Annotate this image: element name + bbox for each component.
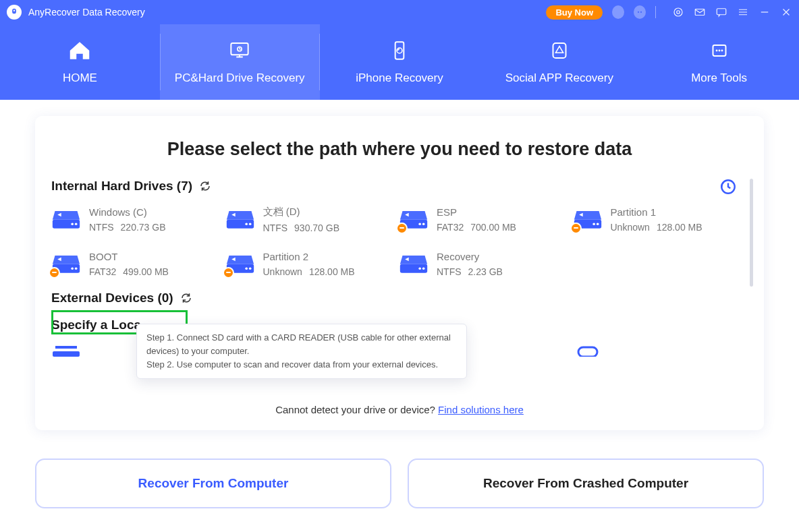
more-icon (707, 39, 732, 62)
svg-point-24 (422, 223, 425, 225)
drive-name: Partition 2 (263, 251, 355, 262)
svg-rect-38 (53, 351, 80, 357)
location-item[interactable] (573, 345, 740, 357)
refresh-icon[interactable] (180, 292, 192, 304)
drive-info: NTFS930.70 GB (263, 223, 340, 233)
svg-point-18 (75, 223, 78, 225)
tab-label: More Tools (691, 71, 747, 85)
drive-icon (225, 207, 255, 233)
svg-point-23 (418, 223, 421, 225)
close-icon[interactable] (780, 6, 792, 18)
tab-home[interactable]: HOME (0, 24, 160, 100)
svg-rect-37 (55, 346, 77, 349)
tab-label: HOME (63, 71, 97, 85)
svg-point-20 (245, 223, 248, 225)
svg-point-26 (593, 223, 595, 225)
tab-label: iPhone Recovery (356, 71, 443, 85)
section-external-devices: External Devices (0) (51, 291, 740, 305)
tab-pc-recovery[interactable]: PC&Hard Drive Recovery (160, 24, 320, 100)
drive-item[interactable]: RecoveryNTFS2.23 GB (399, 251, 566, 277)
svg-rect-43 (578, 347, 597, 357)
drive-info: Unknown128.00 MB (263, 266, 355, 277)
app-title: AnyRecover Data Recovery (28, 7, 145, 18)
find-solutions-link[interactable]: Find solutions here (438, 404, 524, 415)
drive-info: FAT32700.00 MB (437, 222, 516, 233)
drive-icon (399, 207, 429, 233)
drive-name: Partition 1 (611, 206, 702, 218)
drive-item[interactable]: BOOTFAT32499.00 MB (51, 251, 219, 277)
svg-point-17 (71, 223, 74, 225)
tab-label: Social APP Recovery (505, 71, 613, 85)
app-icon (547, 39, 572, 62)
drive-name: BOOT (89, 251, 169, 262)
svg-point-14 (721, 50, 723, 52)
footer-note: Cannot detect your drive or device? Find… (35, 404, 764, 415)
svg-point-27 (596, 223, 599, 225)
drive-item[interactable]: Partition 1Unknown128.00 MB (573, 206, 740, 233)
main-nav: HOME PC&Hard Drive Recovery iPhone Recov… (0, 24, 799, 100)
discord-icon[interactable] (634, 6, 646, 18)
titlebar: AnyRecover Data Recovery Buy Now (0, 0, 799, 24)
warning-badge (396, 223, 408, 234)
feedback-icon[interactable] (715, 6, 727, 18)
svg-point-21 (248, 223, 251, 225)
minimize-icon[interactable] (759, 6, 771, 18)
buy-now-button[interactable]: Buy Now (546, 5, 603, 20)
drive-name: Windows (C) (89, 206, 166, 218)
section-title: Internal Hard Drives (7) (51, 179, 192, 194)
settings-icon[interactable] (672, 6, 684, 18)
refresh-icon[interactable] (199, 180, 211, 192)
drive-info: Unknown128.00 MB (611, 222, 702, 233)
tooltip-step1: Step 1. Connect SD card with a CARD READ… (146, 331, 457, 358)
drive-name: 文档 (D) (263, 206, 340, 218)
warning-badge (570, 223, 582, 234)
drive-icon (225, 252, 255, 277)
drive-icon (51, 207, 81, 233)
drive-name: ESP (437, 206, 516, 218)
drive-name: Recovery (437, 251, 503, 262)
warning-badge (49, 267, 60, 278)
drive-item[interactable]: ESPFAT32700.00 MB (399, 206, 566, 233)
drive-item[interactable]: 文档 (D)NTFS930.70 GB (225, 206, 393, 233)
page-title: Please select the path where you need to… (35, 139, 764, 160)
svg-point-1 (640, 11, 642, 13)
svg-point-29 (71, 267, 74, 270)
svg-point-2 (674, 8, 682, 16)
main-card: Please select the path where you need to… (35, 116, 764, 430)
warning-badge (223, 267, 234, 278)
tab-label: PC&Hard Drive Recovery (175, 71, 305, 85)
tab-iphone-recovery[interactable]: iPhone Recovery (320, 24, 480, 100)
svg-point-36 (422, 267, 425, 270)
tooltip-step2: Step 2. Use computer to scan and recover… (146, 358, 457, 372)
svg-point-33 (248, 267, 251, 270)
tab-more-tools[interactable]: More Tools (639, 24, 799, 100)
svg-point-3 (677, 11, 680, 14)
drive-icon (573, 207, 603, 233)
drive-icon (399, 252, 429, 277)
app-logo (7, 5, 22, 20)
svg-point-13 (718, 50, 720, 52)
svg-point-30 (75, 267, 78, 270)
mail-icon[interactable] (694, 6, 706, 18)
svg-point-35 (418, 267, 421, 270)
recover-from-computer-button[interactable]: Recover From Computer (35, 459, 391, 508)
svg-point-32 (245, 267, 248, 270)
drive-info: NTFS2.23 GB (437, 266, 503, 277)
drive-item[interactable]: Windows (C)NTFS220.73 GB (51, 206, 219, 233)
scrollbar[interactable] (750, 179, 753, 287)
svg-rect-5 (717, 9, 726, 15)
recover-from-crashed-button[interactable]: Recover From Crashed Computer (408, 459, 764, 508)
drive-item[interactable]: Partition 2Unknown128.00 MB (225, 251, 393, 277)
bottom-actions: Recover From Computer Recover From Crash… (35, 459, 764, 508)
separator (655, 6, 656, 18)
svg-point-0 (638, 11, 639, 13)
svg-point-12 (715, 50, 717, 52)
menu-icon[interactable] (737, 6, 749, 18)
phone-icon (387, 39, 412, 62)
drive-icon (51, 252, 81, 277)
avatar-icon[interactable] (612, 6, 624, 18)
section-internal-drives: Internal Hard Drives (7) Windows (C)NTFS… (51, 179, 740, 277)
home-icon (67, 39, 92, 62)
tooltip-external-help: Step 1. Connect SD card with a CARD READ… (136, 324, 467, 379)
tab-social-recovery[interactable]: Social APP Recovery (479, 24, 639, 100)
